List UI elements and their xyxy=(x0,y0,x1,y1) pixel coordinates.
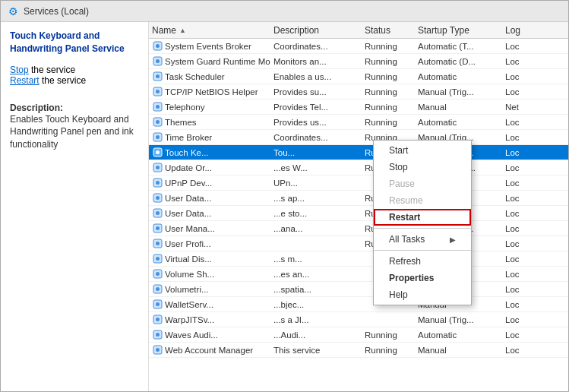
service-icon xyxy=(152,193,163,204)
stop-link[interactable]: Stop xyxy=(10,65,29,75)
table-row[interactable]: User Mana... ...ana... Running Automatic… xyxy=(149,221,568,236)
context-menu-item-stop[interactable]: Stop xyxy=(374,159,471,175)
cell-log: Loc xyxy=(502,163,533,172)
cell-startup: Automatic xyxy=(415,118,502,127)
cell-log: Loc xyxy=(502,72,533,81)
service-icon xyxy=(152,208,163,219)
cell-name: UPnP Dev... xyxy=(149,178,270,188)
table-row[interactable]: User Profi... Running Automatic Loc xyxy=(149,236,568,251)
service-icon xyxy=(152,239,163,249)
cell-status: Running xyxy=(362,72,415,81)
col-header-startup[interactable]: Startup Type xyxy=(415,25,502,36)
context-menu-item-all-tasks[interactable]: All Tasks▶ xyxy=(374,231,471,248)
cell-log: Loc xyxy=(502,194,533,203)
cell-desc: ...Audi... xyxy=(270,330,362,340)
svg-point-39 xyxy=(156,333,160,337)
cell-log: Loc xyxy=(502,346,533,355)
context-menu-item-restart[interactable]: Restart xyxy=(374,209,471,226)
cell-log: Loc xyxy=(502,330,533,340)
svg-point-25 xyxy=(156,226,160,230)
cell-name: TCP/IP NetBIOS Helper xyxy=(149,87,270,97)
col-header-status[interactable]: Status xyxy=(362,25,415,36)
cell-name: Waves Audi... xyxy=(149,330,270,340)
cell-log: Loc xyxy=(502,179,533,188)
cell-name: WalletServ... xyxy=(149,299,270,310)
cell-name: Volumetri... xyxy=(149,284,270,295)
cell-name: Telephony xyxy=(149,102,270,112)
sidebar-link-sep: the service xyxy=(31,65,75,75)
service-icon xyxy=(152,102,163,112)
main-content: Touch Keyboard and Handwriting Panel Ser… xyxy=(1,22,568,391)
table-row[interactable]: TCP/IP NetBIOS Helper Provides su... Run… xyxy=(149,84,568,100)
table-row[interactable]: System Events Broker Coordinates... Runn… xyxy=(149,39,568,54)
service-icon xyxy=(152,163,163,173)
cell-startup: Automatic (T... xyxy=(415,42,502,51)
context-menu-separator xyxy=(374,250,471,251)
cell-desc: ...s m... xyxy=(270,254,362,264)
sidebar-link-sep2: the service xyxy=(42,75,86,86)
services-panel: Name ▲ Description Status Startup Type L… xyxy=(149,22,568,391)
restart-link[interactable]: Restart xyxy=(10,75,40,86)
svg-point-29 xyxy=(156,257,160,261)
cell-log: Loc xyxy=(502,118,533,127)
col-header-desc[interactable]: Description xyxy=(270,25,362,36)
menu-item-label: Refresh xyxy=(389,256,421,267)
cell-desc: ...s ap... xyxy=(270,194,362,203)
cell-startup: Manual (Trig... xyxy=(415,87,502,96)
service-icon xyxy=(152,330,163,340)
context-menu-item-help[interactable]: Help xyxy=(374,286,471,303)
table-row[interactable]: Task Scheduler Enables a us... Running A… xyxy=(149,69,568,84)
menu-item-label: Restart xyxy=(389,212,420,223)
table-row[interactable]: System Guard Runtime Mo... Monitors an..… xyxy=(149,54,568,69)
table-row[interactable]: User Data... ...e sto... Running Manual … xyxy=(149,206,568,221)
table-body: System Events Broker Coordinates... Runn… xyxy=(149,39,568,391)
svg-point-27 xyxy=(156,242,160,245)
table-row[interactable]: Volume Sh... ...es an... Manual Loc xyxy=(149,267,568,282)
table-row[interactable]: UPnP Dev... UPn... Manual Loc xyxy=(149,175,568,191)
cell-log: Loc xyxy=(502,148,533,157)
title-bar: ⚙ Services (Local) xyxy=(1,1,568,22)
table-row[interactable]: Waves Audi... ...Audi... Running Automat… xyxy=(149,327,568,343)
table-row[interactable]: Themes Provides us... Running Automatic … xyxy=(149,115,568,130)
svg-point-3 xyxy=(156,59,160,63)
table-row[interactable]: WalletServ... ...bjec... Manual Loc xyxy=(149,297,568,312)
cell-startup: Automatic (D... xyxy=(415,57,502,66)
cell-status: Running xyxy=(362,330,415,340)
table-row[interactable]: Volumetri... ...spatia... Manual Loc xyxy=(149,282,568,297)
service-icon xyxy=(152,87,163,97)
service-icon xyxy=(152,117,163,128)
service-icon xyxy=(152,223,163,234)
table-row[interactable]: WarpJITSv... ...s a JI... Manual (Trig..… xyxy=(149,312,568,327)
svg-point-21 xyxy=(156,196,160,200)
table-row[interactable]: Telephony Provides Tel... Running Manual… xyxy=(149,100,568,115)
cell-log: Net xyxy=(502,103,533,112)
table-row[interactable]: Web Account Manager This service Running… xyxy=(149,343,568,358)
col-header-name[interactable]: Name ▲ xyxy=(149,25,270,36)
cell-name: Touch Ke... xyxy=(149,147,270,158)
table-row[interactable]: User Data... ...s ap... Running Manual L… xyxy=(149,191,568,206)
table-row[interactable]: Touch Ke... Tou... Running Manual (Trig.… xyxy=(149,145,568,160)
cell-name: Themes xyxy=(149,117,270,128)
menu-item-label: Stop xyxy=(389,162,408,172)
col-header-log[interactable]: Log xyxy=(502,25,533,36)
svg-point-37 xyxy=(156,318,160,321)
menu-item-label: Help xyxy=(389,289,408,300)
service-icon xyxy=(152,132,163,143)
description-label: Description: xyxy=(10,103,139,113)
cell-startup: Manual xyxy=(415,346,502,355)
cell-log: Loc xyxy=(502,57,533,66)
services-window: ⚙ Services (Local) Touch Keyboard and Ha… xyxy=(0,0,569,392)
context-menu-item-properties[interactable]: Properties xyxy=(374,270,471,286)
table-row[interactable]: Virtual Dis... ...s m... Manual Loc xyxy=(149,251,568,267)
context-menu-item-refresh[interactable]: Refresh xyxy=(374,253,471,270)
service-icon xyxy=(152,284,163,295)
table-row[interactable]: Update Or... ...es W... Running Automati… xyxy=(149,160,568,175)
cell-desc: Coordinates... xyxy=(270,42,362,51)
svg-point-19 xyxy=(156,181,160,185)
cell-desc: This service xyxy=(270,346,362,355)
context-menu-item-start[interactable]: Start xyxy=(374,142,471,159)
service-icon xyxy=(152,345,163,356)
cell-startup: Automatic xyxy=(415,330,502,340)
cell-name: User Profi... xyxy=(149,239,270,249)
table-row[interactable]: Time Broker Coordinates... Running Manua… xyxy=(149,130,568,145)
